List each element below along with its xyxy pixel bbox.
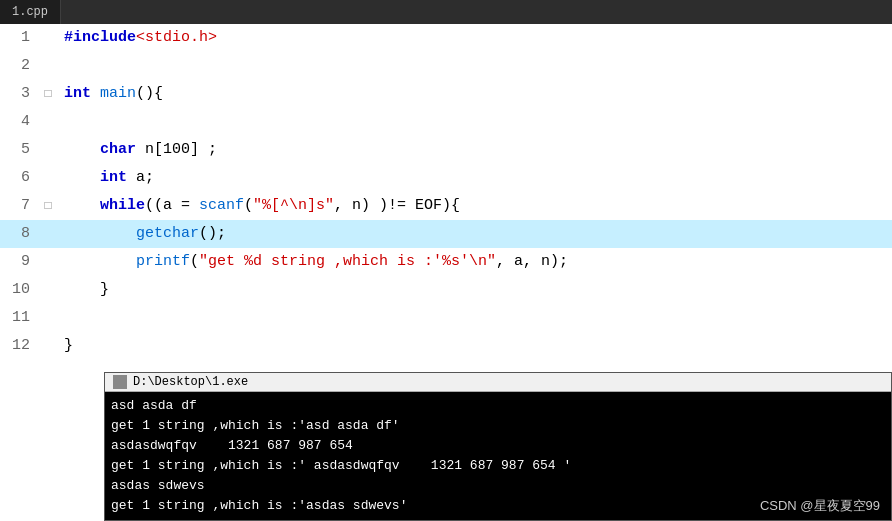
terminal-title-bar: D:\Desktop\1.exe [105,373,891,392]
fold-gutter [40,220,56,248]
code-line: 9 printf("get %d string ,which is :'%s'\… [0,248,892,276]
fold-gutter [40,276,56,304]
terminal-line: asdasdwqfqv 1321 687 987 654 [111,436,885,456]
code-line: 12 } [0,332,892,360]
line-number: 5 [0,136,40,164]
code-line: 11 [0,304,892,332]
editor-container: 1.cpp 1 #include<stdio.h> 2 3 □ int main… [0,0,892,521]
line-number: 7 [0,192,40,220]
tab-bar: 1.cpp [0,0,892,24]
line-number: 11 [0,304,40,332]
code-line: 3 □ int main(){ [0,80,892,108]
terminal-line: asd asda df [111,396,885,416]
fold-gutter [40,248,56,276]
fold-gutter [40,108,56,136]
fold-gutter [40,136,56,164]
code-content: int a; [56,164,892,192]
watermark-text: CSDN @星夜夏空99 [760,498,880,513]
line-number: 10 [0,276,40,304]
watermark: CSDN @星夜夏空99 [760,497,880,515]
code-line: 8 getchar(); [0,220,892,248]
code-content: while((a = scanf("%[^\n]s", n) )!= EOF){ [56,192,892,220]
code-line: 7 □ while((a = scanf("%[^\n]s", n) )!= E… [0,192,892,220]
code-content [56,304,892,332]
terminal-line: get 1 string ,which is :' asdasdwqfqv 13… [111,456,885,476]
fold-gutter [40,332,56,360]
line-number: 6 [0,164,40,192]
terminal-title: D:\Desktop\1.exe [133,375,248,389]
fold-gutter [40,304,56,332]
code-line: 1 #include<stdio.h> [0,24,892,52]
code-content: char n[100] ; [56,136,892,164]
line-number: 3 [0,80,40,108]
code-content: #include<stdio.h> [56,24,892,52]
terminal-icon [113,375,127,389]
code-line: 6 int a; [0,164,892,192]
line-number: 8 [0,220,40,248]
fold-gutter: □ [40,192,56,220]
line-number: 4 [0,108,40,136]
code-content: printf("get %d string ,which is :'%s'\n"… [56,248,892,276]
code-line: 10 } [0,276,892,304]
tab-label: 1.cpp [12,5,48,19]
code-line: 5 char n[100] ; [0,136,892,164]
line-number: 12 [0,332,40,360]
terminal-line: get 1 string ,which is :'asd asda df' [111,416,885,436]
fold-gutter: □ [40,80,56,108]
terminal-line: asdas sdwevs [111,476,885,496]
code-area: 1 #include<stdio.h> 2 3 □ int main(){ 4 … [0,24,892,521]
code-content: int main(){ [56,80,892,108]
line-number: 2 [0,52,40,80]
code-content: } [56,332,892,360]
code-content: } [56,276,892,304]
file-tab[interactable]: 1.cpp [0,0,61,24]
code-content [56,108,892,136]
code-content: getchar(); [56,220,892,248]
code-line: 4 [0,108,892,136]
line-number: 9 [0,248,40,276]
line-number: 1 [0,24,40,52]
fold-gutter [40,52,56,80]
code-line: 2 [0,52,892,80]
fold-gutter [40,24,56,52]
code-content [56,52,892,80]
fold-gutter [40,164,56,192]
